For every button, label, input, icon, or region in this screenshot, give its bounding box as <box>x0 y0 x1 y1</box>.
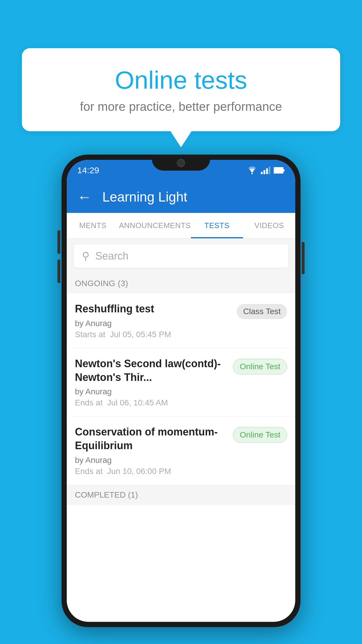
test-title: Newton's Second law(contd)-Newton's Thir… <box>75 357 227 384</box>
tab-announcements[interactable]: ANNOUNCEMENTS <box>119 213 191 238</box>
ongoing-section-header: ONGOING (3) <box>67 274 295 293</box>
svg-rect-2 <box>263 170 265 174</box>
volume-up-button <box>57 230 60 254</box>
test-author: by Anurag <box>75 456 227 465</box>
wifi-icon <box>247 166 257 174</box>
phone-notch <box>152 155 210 171</box>
search-input[interactable]: Search <box>95 250 129 262</box>
tab-tests[interactable]: TESTS <box>191 213 243 238</box>
svg-rect-5 <box>274 167 283 174</box>
volume-down-button <box>57 260 60 283</box>
online-test-badge: Online Test <box>233 359 287 374</box>
completed-label: COMPLETED (1) <box>75 490 138 499</box>
search-container: ⚲ Search <box>67 239 295 274</box>
svg-rect-6 <box>283 169 284 172</box>
tab-videos[interactable]: VIDEOS <box>243 213 295 238</box>
front-camera <box>177 159 185 167</box>
test-time: Ends at Jul 06, 10:45 AM <box>75 398 227 407</box>
phone-device: 14:29 <box>61 155 301 627</box>
svg-rect-3 <box>266 168 268 174</box>
status-time: 14:29 <box>77 165 99 175</box>
speech-bubble-subtitle: for more practice, better performance <box>45 100 317 114</box>
svg-rect-1 <box>261 172 263 174</box>
power-button <box>302 242 305 274</box>
completed-section-header: COMPLETED (1) <box>67 485 295 505</box>
test-item-content: Conservation of momentum-Equilibrium by … <box>75 425 233 476</box>
search-box[interactable]: ⚲ Search <box>74 244 288 268</box>
speech-bubble-container: Online tests for more practice, better p… <box>22 48 340 131</box>
speech-bubble: Online tests for more practice, better p… <box>22 48 340 131</box>
svg-point-0 <box>252 173 253 174</box>
test-item[interactable]: Conservation of momentum-Equilibrium by … <box>67 416 295 485</box>
test-author: by Anurag <box>75 319 231 328</box>
test-list: Reshuffling test by Anurag Starts at Jul… <box>67 293 295 485</box>
test-title: Conservation of momentum-Equilibrium <box>75 425 227 453</box>
back-button[interactable]: ← <box>77 188 92 205</box>
search-icon: ⚲ <box>82 250 89 262</box>
phone-frame: 14:29 <box>61 155 301 627</box>
speech-bubble-title: Online tests <box>45 66 317 94</box>
signal-icon <box>261 167 270 174</box>
app-bar: ← Learning Light <box>67 181 295 213</box>
phone-screen: 14:29 <box>67 160 295 622</box>
tab-bar: MENTS ANNOUNCEMENTS TESTS VIDEOS <box>67 213 295 239</box>
test-time: Ends at Jun 10, 06:00 PM <box>75 467 227 476</box>
tab-assignments[interactable]: MENTS <box>67 213 119 238</box>
test-item-content: Reshuffling test by Anurag Starts at Jul… <box>75 302 237 339</box>
online-test-badge-2: Online Test <box>233 427 287 443</box>
test-item[interactable]: Newton's Second law(contd)-Newton's Thir… <box>67 348 295 417</box>
test-title: Reshuffling test <box>75 302 231 316</box>
ongoing-label: ONGOING (3) <box>75 279 128 288</box>
svg-rect-4 <box>269 167 270 174</box>
test-time: Starts at Jul 05, 05:45 PM <box>75 330 231 339</box>
test-item-content: Newton's Second law(contd)-Newton's Thir… <box>75 357 233 408</box>
app-title: Learning Light <box>102 189 187 205</box>
status-icons <box>247 166 285 174</box>
test-item[interactable]: Reshuffling test by Anurag Starts at Jul… <box>67 293 295 348</box>
battery-icon <box>274 167 285 174</box>
class-test-badge: Class Test <box>237 304 287 319</box>
test-author: by Anurag <box>75 387 227 396</box>
